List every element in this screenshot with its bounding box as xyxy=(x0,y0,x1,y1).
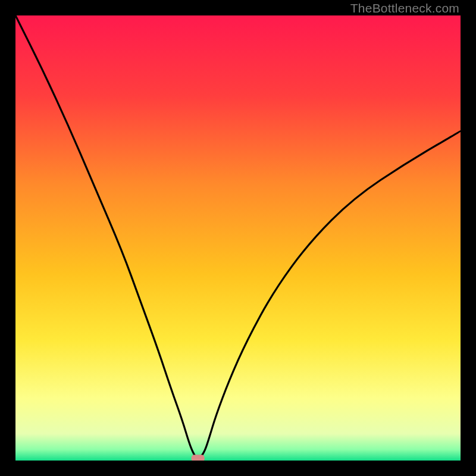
gradient-background xyxy=(15,15,461,461)
bottleneck-chart xyxy=(15,15,461,461)
watermark-text: TheBottleneck.com xyxy=(350,1,459,15)
chart-frame xyxy=(15,15,461,461)
min-marker xyxy=(192,455,205,461)
